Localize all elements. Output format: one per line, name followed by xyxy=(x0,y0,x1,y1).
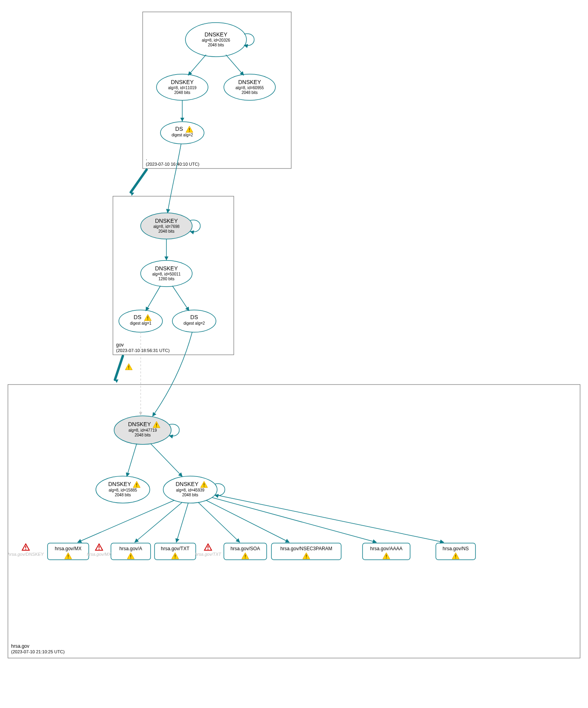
rr-label: hrsa.gov/SOA xyxy=(231,546,260,551)
node-gov-ksk[interactable]: DNSKEY alg=8, id=7698 2048 bits xyxy=(141,213,192,239)
node-sub1: alg=8, id=60955 xyxy=(235,86,264,90)
node-title: DS xyxy=(134,314,141,320)
node-sub1: digest alg=2 xyxy=(172,133,193,137)
ghost-label: hrsa.gov/DNSKEY xyxy=(8,552,44,557)
node-title: DNSKEY xyxy=(204,31,227,38)
node-root-ksk[interactable]: DNSKEY alg=8, id=20326 2048 bits xyxy=(185,23,246,57)
node-sub2: 2048 bits xyxy=(208,43,224,47)
node-root-zsk2[interactable]: DNSKEY alg=8, id=60955 2048 bits xyxy=(224,74,275,100)
ghost-mx: hrsa.gov/MX xyxy=(87,544,111,557)
rr-label: hrsa.gov/A xyxy=(119,546,142,551)
rr-mx[interactable]: hrsa.gov/MX xyxy=(48,543,89,560)
ghost-txt: hrsa.gov/TXT xyxy=(195,544,221,557)
rr-aaaa[interactable]: hrsa.gov/AAAA xyxy=(363,543,410,560)
edge xyxy=(135,502,182,542)
rr-label: hrsa.gov/NSEC3PARAM xyxy=(280,546,332,551)
edge-cross-root-gov xyxy=(168,144,181,213)
zone-label-hrsa: hrsa.gov xyxy=(11,643,29,649)
node-gov-ds2[interactable]: DS digest alg=2 xyxy=(172,310,216,332)
zone-ts-gov: (2023-07-10 18:56:31 UTC) xyxy=(116,348,170,353)
node-title: DNSKEY xyxy=(108,481,131,487)
zone-label-root: . xyxy=(146,156,147,161)
node-sub1: alg=8, id=47719 xyxy=(128,428,157,432)
node-title: DNSKEY xyxy=(155,218,178,224)
edge xyxy=(215,495,444,542)
rr-label: hrsa.gov/MX xyxy=(55,546,81,551)
delegation-gov-hrsa xyxy=(115,356,123,380)
rr-txt[interactable]: hrsa.gov/TXT xyxy=(155,543,196,560)
node-sub1: digest alg=1 xyxy=(130,321,152,325)
zone-ts-root: (2023-07-10 16:40:10 UTC) xyxy=(146,162,199,166)
rr-label: hrsa.gov/TXT xyxy=(161,546,190,551)
node-title: DNSKEY xyxy=(155,265,178,272)
edge xyxy=(212,498,376,542)
warning-icon xyxy=(125,364,132,370)
node-sub1: digest alg=2 xyxy=(183,321,205,325)
node-root-zsk1[interactable]: DNSKEY alg=8, id=11019 2048 bits xyxy=(157,74,208,100)
node-sub2: 2048 bits xyxy=(135,433,151,437)
node-sub1: alg=8, id=7698 xyxy=(153,224,180,229)
zone-ts-hrsa: (2023-07-10 21:10:25 UTC) xyxy=(11,649,65,654)
edge xyxy=(127,444,137,476)
node-sub2: 2048 bits xyxy=(182,493,199,497)
node-root-ds[interactable]: DS digest alg=2 xyxy=(160,122,204,144)
node-gov-zsk[interactable]: DNSKEY alg=8, id=50011 1280 bits xyxy=(141,260,192,287)
edge xyxy=(151,444,182,476)
node-sub1: alg=8, id=20326 xyxy=(202,38,230,42)
edge xyxy=(206,500,289,542)
node-hrsa-zsk1[interactable]: DNSKEY alg=8, id=15885 2048 bits xyxy=(96,476,150,503)
edge xyxy=(188,55,206,75)
edge xyxy=(176,503,188,542)
node-sub2: 2048 bits xyxy=(174,90,191,95)
node-title: DNSKEY xyxy=(128,421,151,427)
node-sub1: alg=8, id=11019 xyxy=(168,86,197,90)
zone-box-hrsa xyxy=(8,385,580,658)
rr-soa[interactable]: hrsa.gov/SOA xyxy=(224,543,267,560)
rr-nsec3param[interactable]: hrsa.gov/NSEC3PARAM xyxy=(271,543,341,560)
edge xyxy=(226,55,244,75)
node-hrsa-ksk[interactable]: DNSKEY alg=8, id=47719 2048 bits xyxy=(114,416,171,444)
node-sub2: 2048 bits xyxy=(158,229,175,233)
node-sub1: alg=8, id=15885 xyxy=(109,488,137,492)
ghost-label: hrsa.gov/TXT xyxy=(195,552,221,557)
node-title: DNSKEY xyxy=(171,79,194,85)
node-gov-ds1[interactable]: DS digest alg=1 xyxy=(119,310,162,332)
dnssec-graph: . (2023-07-10 16:40:10 UTC) DNSKEY alg=8… xyxy=(4,4,584,704)
edge xyxy=(146,286,160,311)
node-title: DNSKEY xyxy=(176,481,199,487)
node-sub2: 2048 bits xyxy=(242,90,258,95)
ghost-dnskey: hrsa.gov/DNSKEY xyxy=(8,544,44,557)
node-sub2: 2048 bits xyxy=(115,493,131,497)
node-sub1: alg=8, id=45939 xyxy=(176,488,204,492)
rr-label: hrsa.gov/AAAA xyxy=(370,546,402,551)
edge xyxy=(172,286,189,311)
node-title: DNSKEY xyxy=(238,79,261,85)
delegation-root-gov xyxy=(131,170,147,192)
rr-ns[interactable]: hrsa.gov/NS xyxy=(436,543,475,560)
rr-label: hrsa.gov/NS xyxy=(443,546,469,551)
node-title: DS xyxy=(190,314,198,320)
node-sub2: 1280 bits xyxy=(158,277,175,281)
node-hrsa-zsk2[interactable]: DNSKEY alg=8, id=45939 2048 bits xyxy=(163,476,217,503)
ghost-label: hrsa.gov/MX xyxy=(87,552,111,557)
node-title: DS xyxy=(175,126,183,132)
edge xyxy=(198,502,240,542)
edge-ds2-hrsa xyxy=(153,332,192,416)
node-sub1: alg=8, id=50011 xyxy=(152,272,181,276)
rr-a[interactable]: hrsa.gov/A xyxy=(111,543,151,560)
zone-label-gov: gov xyxy=(116,342,124,348)
